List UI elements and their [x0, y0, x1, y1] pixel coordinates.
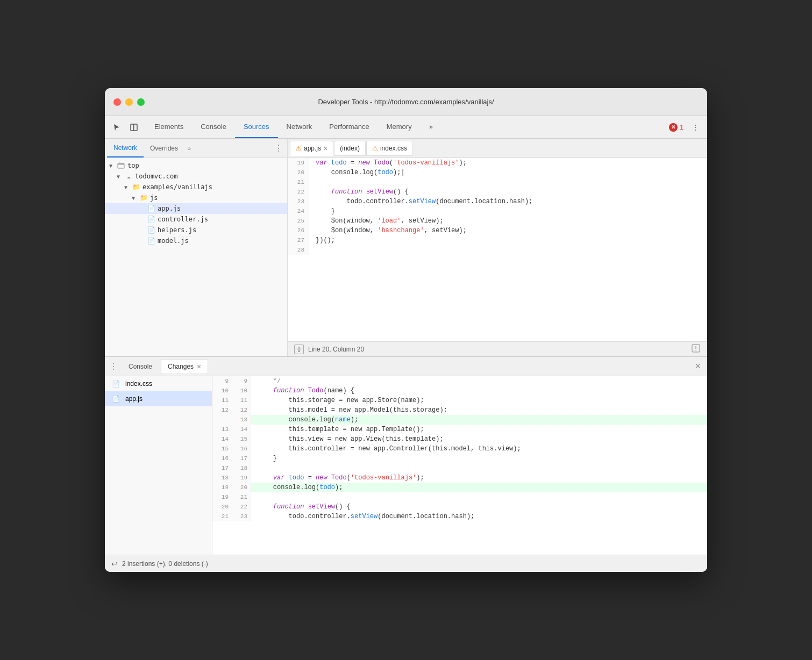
tree-item-js[interactable]: ▼ 📁 js — [105, 192, 287, 203]
top-panel: Network Overrides » ⋮ ▼ top — [105, 139, 707, 357]
tab-more[interactable]: » — [421, 116, 441, 138]
code-line-25: 25 $on(window, 'load', setView); — [288, 216, 707, 226]
sidebar-tab-overrides[interactable]: Overrides — [144, 139, 184, 157]
error-badge[interactable]: ✕ 1 — [669, 123, 683, 132]
diff-line-added-20: 1920 console.log(todo); — [212, 483, 707, 492]
tree-label-controllerjs: controller.js — [158, 216, 208, 223]
warning-icon-appjs: ⚠ — [296, 145, 302, 152]
menu-icon[interactable]: ⋮ — [688, 120, 703, 135]
toolbar-icons — [109, 120, 141, 135]
bottom-menu-icon[interactable]: ⋮ — [107, 361, 120, 371]
tab-performance[interactable]: Performance — [320, 116, 377, 138]
tab-elements[interactable]: Elements — [146, 116, 192, 138]
diff-line-added-13: 13 console.log(name); — [212, 415, 707, 425]
bottom-tab-changes[interactable]: Changes × — [161, 359, 208, 374]
diff-line-11: 1111 this.storage = new app.Store(name); — [212, 396, 707, 405]
close-bottom-panel[interactable]: × — [690, 361, 705, 372]
tree-item-modeljs[interactable]: 📄 model.js — [105, 235, 287, 246]
tree-label-top: top — [127, 162, 139, 169]
tree-item-helpersjs[interactable]: 📄 helpers.js — [105, 225, 287, 235]
tree-item-todomvc[interactable]: ▼ ☁ todomvc.com — [105, 171, 287, 182]
file-tab-label-appjs: app.js — [304, 145, 321, 152]
file-tree: ▼ top ▼ ☁ todomvc.com ▼ — [105, 158, 287, 356]
changes-file-list: 📄 index.css 📄 app.js — [105, 376, 212, 555]
diff-line-12: 1212 this.model = new app.Model(this.sto… — [212, 405, 707, 415]
tree-arrow: ▼ — [117, 174, 124, 180]
close-icon-changes[interactable]: × — [197, 362, 201, 371]
diff-line-20-22: 2022 function setView() { — [212, 502, 707, 512]
bottom-tab-console[interactable]: Console — [122, 359, 159, 374]
file-icon-modeljs: 📄 — [147, 236, 155, 245]
folder-icon-js: 📁 — [139, 193, 148, 202]
file-tabs: ⚠ app.js × (index) ⚠ index.css — [288, 139, 707, 158]
changes-file-appjs[interactable]: 📄 app.js — [105, 391, 212, 406]
tree-item-examples[interactable]: ▼ 📁 examples/vanillajs — [105, 182, 287, 192]
content-area: Network Overrides » ⋮ ▼ top — [105, 139, 707, 572]
changes-filename-indexcss: index.css — [125, 380, 152, 388]
svg-point-5 — [695, 350, 696, 351]
sidebar-menu-icon[interactable]: ⋮ — [272, 143, 285, 153]
undo-icon[interactable]: ↩ — [111, 559, 118, 568]
code-line-24: 24 } — [288, 206, 707, 216]
file-icon-appjs: 📄 — [147, 204, 155, 213]
issue-icon — [691, 343, 701, 353]
tab-network[interactable]: Network — [278, 116, 321, 138]
tree-item-top[interactable]: ▼ top — [105, 160, 287, 171]
warning-icon-indexcss: ⚠ — [372, 145, 378, 152]
code-editor[interactable]: 19 var todo = new Todo('todos-vanillajs'… — [288, 158, 707, 341]
diff-line-15-16: 1516 this.controller = new app.Controlle… — [212, 444, 707, 454]
code-line-27: 27 })(); — [288, 235, 707, 245]
tree-label-todomvc: todomvc.com — [135, 173, 177, 180]
changes-file-indexcss[interactable]: 📄 index.css — [105, 376, 212, 391]
minimize-button[interactable] — [125, 98, 133, 106]
code-line-23: 23 todo.controller.setView(document.loca… — [288, 197, 707, 206]
cursor-icon[interactable] — [109, 120, 124, 135]
changes-filename-appjs: app.js — [125, 395, 143, 403]
title-bar: Developer Tools - http://todomvc.com/exa… — [105, 88, 707, 116]
file-tab-label-indexcss: index.css — [380, 145, 407, 152]
file-tab-appjs[interactable]: ⚠ app.js × — [290, 141, 333, 156]
changes-footer: ↩ 2 insertions (+), 0 deletions (-) — [105, 555, 707, 572]
tree-item-controllerjs[interactable]: 📄 controller.js — [105, 214, 287, 225]
tab-memory[interactable]: Memory — [378, 116, 421, 138]
sidebar-tab-more[interactable]: » — [184, 145, 194, 152]
tree-label-appjs: app.js — [158, 205, 181, 212]
bottom-panel: ⋮ Console Changes × × 📄 index.css — [105, 357, 707, 572]
diff-line-17-18: 1718 — [212, 463, 707, 473]
dock-icon[interactable] — [126, 120, 141, 135]
nav-tabs: Elements Console Sources Network Perform… — [146, 116, 441, 138]
traffic-lights — [113, 98, 145, 106]
code-line-20: 20 console.log(todo);| — [288, 168, 707, 177]
folder-icon — [117, 161, 125, 170]
diff-line-19-21: 1921 — [212, 492, 707, 502]
tab-console[interactable]: Console — [192, 116, 235, 138]
tree-label-helpersjs: helpers.js — [158, 226, 196, 234]
maximize-button[interactable] — [137, 98, 145, 106]
tree-label-examples: examples/vanillajs — [143, 183, 212, 191]
sidebar-tab-network[interactable]: Network — [107, 139, 144, 157]
tab-sources[interactable]: Sources — [235, 116, 278, 138]
changes-summary: 2 insertions (+), 0 deletions (-) — [122, 560, 208, 568]
file-icon-controllerjs: 📄 — [147, 215, 155, 224]
file-tab-indexcss[interactable]: ⚠ index.css — [366, 141, 413, 156]
cloud-icon: ☁ — [124, 172, 133, 181]
toolbar-right: ✕ 1 ⋮ — [669, 120, 703, 135]
devtools-window: Developer Tools - http://todomvc.com/exa… — [105, 88, 707, 572]
tree-label-js: js — [150, 194, 158, 202]
tree-label-modeljs: model.js — [158, 237, 189, 245]
format-icon[interactable]: {} — [294, 345, 304, 354]
diff-line-21-23: 2123 todo.controller.setView(document.lo… — [212, 512, 707, 521]
code-line-19: 19 var todo = new Todo('todos-vanillajs'… — [288, 158, 707, 168]
close-button[interactable] — [113, 98, 121, 106]
code-line-22: 22 function setView() { — [288, 187, 707, 197]
tree-item-appjs[interactable]: 📄 app.js — [105, 203, 287, 214]
window-title: Developer Tools - http://todomvc.com/exa… — [318, 98, 494, 106]
diff-line-10: 1010 function Todo(name) { — [212, 386, 707, 396]
close-icon-appjs[interactable]: × — [323, 144, 327, 153]
file-tab-index[interactable]: (index) — [334, 141, 366, 156]
folder-icon: 📁 — [132, 183, 140, 191]
tree-arrow: ▼ — [109, 163, 117, 169]
diff-line-16-17: 1617 } — [212, 454, 707, 463]
changes-diff[interactable]: 99 */ 1010 function Todo(name) { 1111 th… — [212, 376, 707, 555]
tree-arrow: ▼ — [132, 195, 139, 201]
